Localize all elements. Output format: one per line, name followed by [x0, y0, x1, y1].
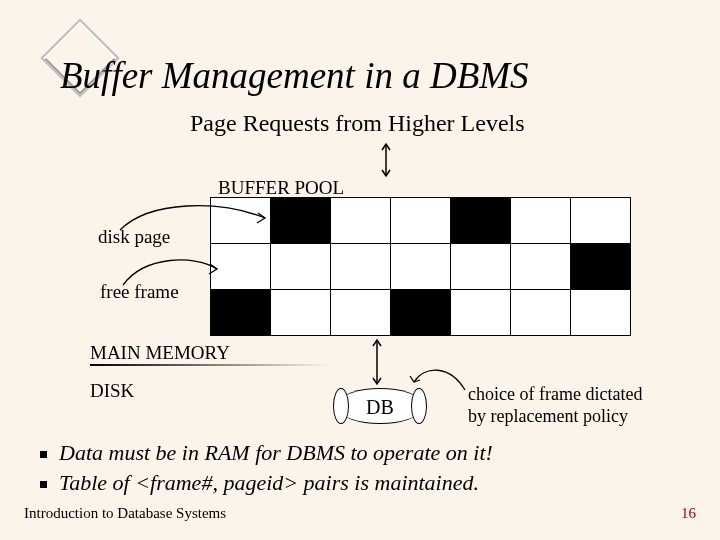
buffer-pool-label: BUFFER POOL	[218, 177, 344, 199]
replacement-line-2: by replacement policy	[468, 406, 642, 428]
bullet-icon	[40, 451, 47, 458]
list-item: Table of <frame#, pageid> pairs is maint…	[40, 470, 493, 496]
bullet-list: Data must be in RAM for DBMS to operate …	[40, 440, 493, 500]
main-memory-underline	[90, 364, 330, 366]
page-number: 16	[681, 505, 696, 522]
slide-title: Buffer Management in a DBMS	[60, 54, 529, 97]
db-cylinder: DB	[340, 388, 420, 424]
disk-page-curve-icon	[110, 200, 270, 240]
replacement-policy-note: choice of frame dictated by replacement …	[468, 384, 642, 427]
db-label: DB	[366, 396, 394, 418]
list-item: Data must be in RAM for DBMS to operate …	[40, 440, 493, 466]
replacement-line-1: choice of frame dictated	[468, 384, 642, 406]
buffer-pool-grid	[210, 197, 631, 336]
replacement-curve-icon	[410, 360, 470, 400]
free-frame-curve-icon	[115, 255, 225, 295]
slide-subtitle: Page Requests from Higher Levels	[190, 110, 525, 137]
double-arrow-vertical-icon	[380, 140, 392, 180]
grid-to-db-arrow-icon	[370, 336, 384, 388]
bullet-text-2: Table of <frame#, pageid> pairs is maint…	[59, 470, 479, 495]
bullet-icon	[40, 481, 47, 488]
bullet-text-1: Data must be in RAM for DBMS to operate …	[59, 440, 493, 465]
footer-left: Introduction to Database Systems	[24, 505, 226, 522]
disk-label: DISK	[90, 380, 134, 402]
main-memory-label: MAIN MEMORY	[90, 342, 230, 364]
